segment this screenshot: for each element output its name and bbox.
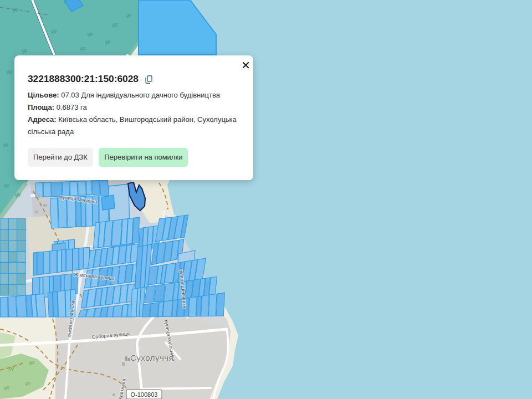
svg-text:О-100803: О-100803 [131, 391, 158, 398]
svg-text:Сухолуччя: Сухолуччя [130, 353, 173, 362]
